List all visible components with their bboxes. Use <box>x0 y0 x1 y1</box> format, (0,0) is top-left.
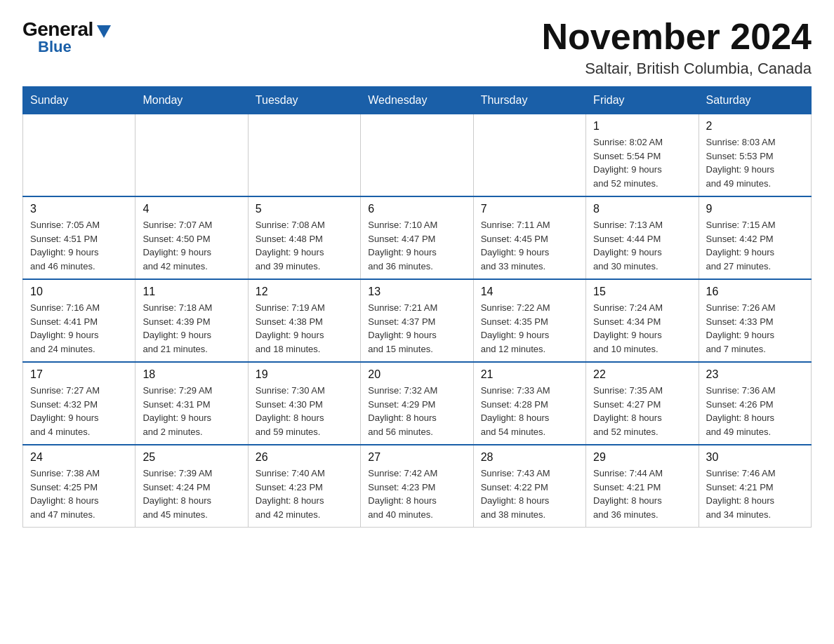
day-info: Sunrise: 7:13 AM Sunset: 4:44 PM Dayligh… <box>593 218 691 273</box>
day-info: Sunrise: 8:02 AM Sunset: 5:54 PM Dayligh… <box>593 135 691 190</box>
day-number: 9 <box>706 203 804 215</box>
day-number: 23 <box>706 368 804 381</box>
day-info: Sunrise: 7:38 AM Sunset: 4:25 PM Dayligh… <box>30 467 128 521</box>
calendar-cell: 16Sunrise: 7:26 AM Sunset: 4:33 PM Dayli… <box>699 279 811 362</box>
day-number: 19 <box>256 368 353 381</box>
day-info: Sunrise: 7:27 AM Sunset: 4:32 PM Dayligh… <box>30 384 128 438</box>
day-info: Sunrise: 7:15 AM Sunset: 4:42 PM Dayligh… <box>706 218 804 273</box>
day-number: 25 <box>143 451 240 464</box>
day-number: 30 <box>706 451 804 464</box>
weekday-header-monday: Monday <box>135 87 248 114</box>
calendar-week-row: 1Sunrise: 8:02 AM Sunset: 5:54 PM Daylig… <box>23 114 812 197</box>
day-number: 8 <box>593 203 691 215</box>
weekday-header-tuesday: Tuesday <box>248 87 360 114</box>
day-number: 15 <box>593 286 691 298</box>
weekday-header-wednesday: Wednesday <box>361 87 473 114</box>
calendar-cell: 9Sunrise: 7:15 AM Sunset: 4:42 PM Daylig… <box>699 196 811 279</box>
day-number: 3 <box>30 203 128 215</box>
calendar-cell: 11Sunrise: 7:18 AM Sunset: 4:39 PM Dayli… <box>135 279 248 362</box>
day-info: Sunrise: 7:33 AM Sunset: 4:28 PM Dayligh… <box>481 384 578 438</box>
day-info: Sunrise: 7:26 AM Sunset: 4:33 PM Dayligh… <box>706 301 804 356</box>
weekday-header-thursday: Thursday <box>473 87 585 114</box>
calendar-cell: 14Sunrise: 7:22 AM Sunset: 4:35 PM Dayli… <box>473 279 585 362</box>
calendar-cell: 22Sunrise: 7:35 AM Sunset: 4:27 PM Dayli… <box>586 362 699 445</box>
day-info: Sunrise: 7:22 AM Sunset: 4:35 PM Dayligh… <box>481 301 578 356</box>
calendar-cell: 18Sunrise: 7:29 AM Sunset: 4:31 PM Dayli… <box>135 362 248 445</box>
day-number: 12 <box>256 286 353 298</box>
day-info: Sunrise: 7:16 AM Sunset: 4:41 PM Dayligh… <box>30 301 128 356</box>
calendar-week-row: 17Sunrise: 7:27 AM Sunset: 4:32 PM Dayli… <box>23 362 812 445</box>
logo-triangle-icon <box>97 25 111 38</box>
day-number: 26 <box>256 451 353 464</box>
day-number: 18 <box>143 368 240 381</box>
day-number: 29 <box>593 451 691 464</box>
day-info: Sunrise: 7:29 AM Sunset: 4:31 PM Dayligh… <box>143 384 240 438</box>
calendar-cell: 23Sunrise: 7:36 AM Sunset: 4:26 PM Dayli… <box>699 362 811 445</box>
weekday-header-sunday: Sunday <box>23 87 135 114</box>
day-info: Sunrise: 7:44 AM Sunset: 4:21 PM Dayligh… <box>593 467 691 521</box>
day-number: 5 <box>256 203 353 215</box>
day-info: Sunrise: 7:08 AM Sunset: 4:48 PM Dayligh… <box>256 218 353 273</box>
day-info: Sunrise: 7:32 AM Sunset: 4:29 PM Dayligh… <box>368 384 465 438</box>
calendar-cell: 17Sunrise: 7:27 AM Sunset: 4:32 PM Dayli… <box>23 362 135 445</box>
day-number: 20 <box>368 368 465 381</box>
calendar-cell: 25Sunrise: 7:39 AM Sunset: 4:24 PM Dayli… <box>135 445 248 528</box>
day-number: 16 <box>706 286 804 298</box>
day-number: 21 <box>481 368 578 381</box>
calendar-week-row: 24Sunrise: 7:38 AM Sunset: 4:25 PM Dayli… <box>23 445 812 528</box>
calendar-cell <box>248 114 360 197</box>
calendar-cell: 10Sunrise: 7:16 AM Sunset: 4:41 PM Dayli… <box>23 279 135 362</box>
calendar-cell: 3Sunrise: 7:05 AM Sunset: 4:51 PM Daylig… <box>23 196 135 279</box>
weekday-header-friday: Friday <box>586 87 699 114</box>
day-number: 27 <box>368 451 465 464</box>
calendar-cell: 4Sunrise: 7:07 AM Sunset: 4:50 PM Daylig… <box>135 196 248 279</box>
day-info: Sunrise: 7:11 AM Sunset: 4:45 PM Dayligh… <box>481 218 578 273</box>
day-number: 17 <box>30 368 128 381</box>
day-number: 4 <box>143 203 240 215</box>
day-info: Sunrise: 7:18 AM Sunset: 4:39 PM Dayligh… <box>143 301 240 356</box>
calendar-cell: 20Sunrise: 7:32 AM Sunset: 4:29 PM Dayli… <box>361 362 473 445</box>
calendar-cell <box>23 114 135 197</box>
calendar-week-row: 3Sunrise: 7:05 AM Sunset: 4:51 PM Daylig… <box>23 196 812 279</box>
location-title: Saltair, British Columbia, Canada <box>542 60 812 78</box>
calendar-cell: 5Sunrise: 7:08 AM Sunset: 4:48 PM Daylig… <box>248 196 360 279</box>
calendar-cell <box>361 114 473 197</box>
day-number: 13 <box>368 286 465 298</box>
day-number: 28 <box>481 451 578 464</box>
day-number: 6 <box>368 203 465 215</box>
calendar-cell: 12Sunrise: 7:19 AM Sunset: 4:38 PM Dayli… <box>248 279 360 362</box>
day-number: 7 <box>481 203 578 215</box>
day-number: 1 <box>593 120 691 133</box>
calendar-week-row: 10Sunrise: 7:16 AM Sunset: 4:41 PM Dayli… <box>23 279 812 362</box>
calendar-cell: 19Sunrise: 7:30 AM Sunset: 4:30 PM Dayli… <box>248 362 360 445</box>
calendar-cell: 28Sunrise: 7:43 AM Sunset: 4:22 PM Dayli… <box>473 445 585 528</box>
day-info: Sunrise: 7:42 AM Sunset: 4:23 PM Dayligh… <box>368 467 465 521</box>
logo: General Blue <box>22 20 111 55</box>
day-info: Sunrise: 8:03 AM Sunset: 5:53 PM Dayligh… <box>706 135 804 190</box>
logo-general: General <box>22 20 93 39</box>
day-info: Sunrise: 7:39 AM Sunset: 4:24 PM Dayligh… <box>143 467 240 521</box>
logo-blue: Blue <box>38 39 72 55</box>
day-info: Sunrise: 7:10 AM Sunset: 4:47 PM Dayligh… <box>368 218 465 273</box>
day-info: Sunrise: 7:30 AM Sunset: 4:30 PM Dayligh… <box>256 384 353 438</box>
calendar-cell: 26Sunrise: 7:40 AM Sunset: 4:23 PM Dayli… <box>248 445 360 528</box>
day-info: Sunrise: 7:43 AM Sunset: 4:22 PM Dayligh… <box>481 467 578 521</box>
day-number: 10 <box>30 286 128 298</box>
day-info: Sunrise: 7:05 AM Sunset: 4:51 PM Dayligh… <box>30 218 128 273</box>
day-info: Sunrise: 7:35 AM Sunset: 4:27 PM Dayligh… <box>593 384 691 438</box>
calendar-cell: 15Sunrise: 7:24 AM Sunset: 4:34 PM Dayli… <box>586 279 699 362</box>
day-number: 14 <box>481 286 578 298</box>
weekday-header-row: SundayMondayTuesdayWednesdayThursdayFrid… <box>23 87 812 114</box>
calendar-cell <box>473 114 585 197</box>
day-info: Sunrise: 7:40 AM Sunset: 4:23 PM Dayligh… <box>256 467 353 521</box>
day-number: 2 <box>706 120 804 133</box>
day-number: 11 <box>143 286 240 298</box>
day-info: Sunrise: 7:07 AM Sunset: 4:50 PM Dayligh… <box>143 218 240 273</box>
calendar-cell: 1Sunrise: 8:02 AM Sunset: 5:54 PM Daylig… <box>586 114 699 197</box>
calendar-cell: 13Sunrise: 7:21 AM Sunset: 4:37 PM Dayli… <box>361 279 473 362</box>
calendar-cell: 24Sunrise: 7:38 AM Sunset: 4:25 PM Dayli… <box>23 445 135 528</box>
calendar: SundayMondayTuesdayWednesdayThursdayFrid… <box>22 86 812 528</box>
day-number: 24 <box>30 451 128 464</box>
day-info: Sunrise: 7:36 AM Sunset: 4:26 PM Dayligh… <box>706 384 804 438</box>
calendar-cell: 2Sunrise: 8:03 AM Sunset: 5:53 PM Daylig… <box>699 114 811 197</box>
